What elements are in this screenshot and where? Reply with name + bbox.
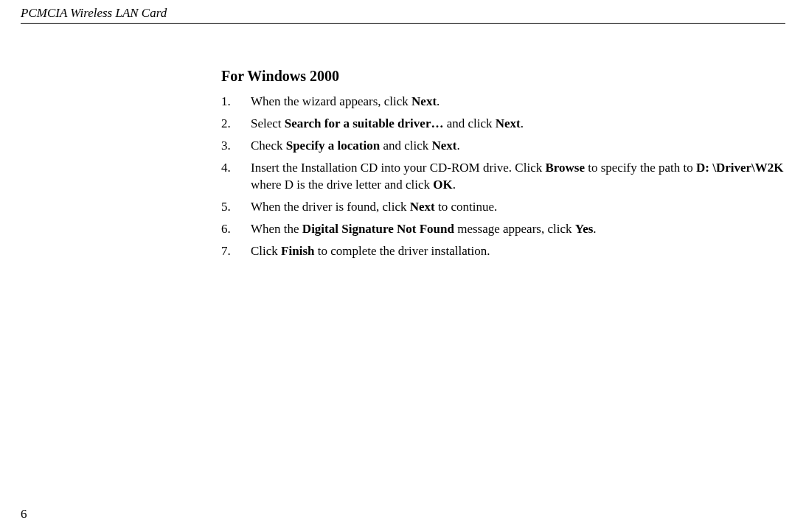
step-text: to continue. (435, 200, 498, 214)
step-text: and click (443, 116, 495, 130)
step-text: Click (251, 244, 281, 258)
step-bold: Next (411, 94, 437, 108)
step-text: message appears, click (454, 222, 575, 236)
main-content: For Windows 2000 When the wizard appears… (221, 68, 785, 265)
step-text: When the (251, 222, 302, 236)
step-text: . (593, 222, 596, 236)
step-bold: D: \Driver\W2K (696, 161, 784, 175)
step-text: Insert the Installation CD into your CD-… (251, 161, 545, 175)
step-text: to specify the path to (585, 161, 696, 175)
step-text: . (453, 178, 456, 192)
step-4: Insert the Installation CD into your CD-… (221, 160, 785, 194)
step-bold: Search for a suitable driver… (285, 116, 444, 130)
step-text: . (521, 116, 524, 130)
step-bold: Next (496, 116, 521, 130)
instruction-list: When the wizard appears, click Next. Sel… (221, 94, 785, 260)
step-bold: Yes (575, 222, 594, 236)
step-bold: Finish (281, 244, 314, 258)
step-text: . (457, 139, 460, 153)
step-bold: Browse (545, 161, 585, 175)
step-bold: Next (410, 200, 435, 214)
section-title: For Windows 2000 (221, 68, 785, 85)
step-text: . (437, 94, 440, 108)
step-1: When the wizard appears, click Next. (221, 94, 785, 111)
page-number: 6 (21, 507, 27, 522)
step-text: Check (251, 139, 286, 153)
step-text: When the wizard appears, click (251, 94, 411, 108)
step-6: When the Digital Signature Not Found mes… (221, 221, 785, 238)
step-text: Select (251, 116, 285, 130)
step-bold: OK (433, 178, 452, 192)
step-bold: Next (432, 139, 457, 153)
step-bold: Specify a location (286, 139, 381, 153)
document-header: PCMCIA Wireless LAN Card (21, 6, 785, 24)
step-text: When the driver is found, click (251, 200, 410, 214)
step-text: where D is the drive letter and click (251, 178, 433, 192)
step-text: to complete the driver installation. (314, 244, 490, 258)
step-2: Select Search for a suitable driver… and… (221, 116, 785, 133)
step-5: When the driver is found, click Next to … (221, 199, 785, 216)
step-7: Click Finish to complete the driver inst… (221, 243, 785, 260)
step-3: Check Specify a location and click Next. (221, 138, 785, 155)
step-bold: Digital Signature Not Found (302, 222, 454, 236)
step-text: and click (380, 139, 431, 153)
